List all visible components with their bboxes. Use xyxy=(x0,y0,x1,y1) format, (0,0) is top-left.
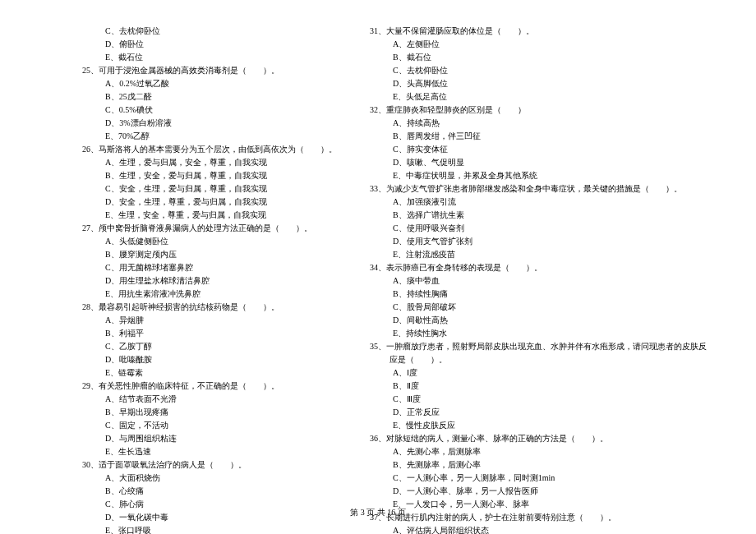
option-item: D、与周围组织粘连 xyxy=(82,432,337,445)
option-item: B、先测脉率，后测心率 xyxy=(370,458,707,472)
left-column: C、去枕仰卧位D、俯卧位E、截石位25、可用于浸泡金属器械的高效类消毒剂是（ ）… xyxy=(82,25,337,534)
option-item: C、一人测心率，另一人测脉率，同时测1min xyxy=(370,472,707,485)
option-item: A、痰中带血 xyxy=(370,274,707,288)
option-item: C、安全，生理，爱与归属，尊重，自我实现 xyxy=(82,182,337,196)
option-item: C、使用呼吸兴奋剂 xyxy=(370,222,707,235)
option-item: E、链霉素 xyxy=(82,366,337,380)
option-item: E、70%乙醇 xyxy=(82,130,337,143)
option-item: B、早期出现疼痛 xyxy=(82,406,337,419)
option-item: E、生长迅速 xyxy=(82,445,337,458)
option-item: E、张口呼吸 xyxy=(82,524,337,534)
question-stem: 35、一肿瘤放疗患者，照射野局部皮肤出现充血、水肿并伴有水疱形成，请问现患者的皮… xyxy=(370,340,707,353)
option-item: C、去枕仰卧位 xyxy=(370,64,707,77)
option-item: D、咳嗽、气促明显 xyxy=(370,156,707,169)
option-item: D、正常反应 xyxy=(370,406,707,419)
question-stem: 30、适于面罩吸氧法治疗的病人是（ ）。 xyxy=(82,458,337,472)
option-item: C、Ⅲ度 xyxy=(370,393,707,406)
option-item: B、唇周发绀，伴三凹征 xyxy=(370,130,707,143)
question-stem: 32、重症肺炎和轻型肺炎的区别是（ ） xyxy=(370,104,707,117)
option-item: C、0.5%碘伏 xyxy=(82,104,337,117)
option-item: E、用抗生素溶液冲洗鼻腔 xyxy=(82,288,337,301)
option-item: B、心绞痛 xyxy=(82,485,337,498)
option-item: E、截石位 xyxy=(82,51,337,64)
option-item: A、结节表面不光滑 xyxy=(82,393,337,406)
page-footer: 第 3 页 共 16 页 xyxy=(0,506,756,519)
option-item: C、去枕仰卧位 xyxy=(82,25,337,38)
option-item: E、慢性皮肤反应 xyxy=(370,419,707,432)
option-item: D、俯卧位 xyxy=(82,38,337,51)
option-item: A、加强痰液引流 xyxy=(370,196,707,209)
question-stem: 27、颅中窝骨折脑脊液鼻漏病人的处理方法正确的是（ ）。 xyxy=(82,222,337,235)
option-item: D、3%漂白粉溶液 xyxy=(82,117,337,130)
option-item: D、使用支气管扩张剂 xyxy=(370,235,707,248)
question-stem: 29、有关恶性肿瘤的临床特征，不正确的是（ ）。 xyxy=(82,380,337,393)
option-item: B、腰穿测定颅内压 xyxy=(82,248,337,261)
option-item: C、肺实变体征 xyxy=(370,143,707,156)
question-stem: 31、大量不保留灌肠应取的体位是（ ）。 xyxy=(370,25,707,38)
option-item: E、中毒症状明显，并累及全身其他系统 xyxy=(370,169,707,182)
option-item: A、左侧卧位 xyxy=(370,38,707,51)
option-item: B、利福平 xyxy=(82,327,337,340)
option-item: A、异烟肼 xyxy=(82,314,337,327)
option-item: D、一人测心率、脉率，另一人报告医师 xyxy=(370,485,707,498)
option-item: D、头高脚低位 xyxy=(370,77,707,90)
option-item: A、大面积烧伤 xyxy=(82,472,337,485)
option-item: C、乙胺丁醇 xyxy=(82,340,337,353)
question-stem: 28、最容易引起听神经损害的抗结核药物是（ ）。 xyxy=(82,301,337,314)
option-item: B、选择广谱抗生素 xyxy=(370,209,707,222)
option-item: E、头低足高位 xyxy=(370,90,707,104)
option-item: B、持续性胸痛 xyxy=(370,288,707,301)
option-item: B、Ⅱ度 xyxy=(370,380,707,393)
option-item: E、持续性胸水 xyxy=(370,327,707,340)
option-item: A、生理，爱与归属，安全，尊重，自我实现 xyxy=(82,156,337,169)
question-stem: 36、对脉短绌的病人，测量心率、脉率的正确的方法是（ ）。 xyxy=(370,432,707,445)
option-item: D、间歇性高热 xyxy=(370,314,707,327)
question-stem: 26、马斯洛将人的基本需要分为五个层次，由低到高依次为（ ）。 xyxy=(82,143,337,156)
option-item: E、生理，安全，尊重，爱与归属，自我实现 xyxy=(82,209,337,222)
option-item: B、生理，安全，爱与归属，尊重，自我实现 xyxy=(82,169,337,182)
option-item: D、安全，生理，尊重，爱与归属，自我实现 xyxy=(82,196,337,209)
question-stem: 25、可用于浸泡金属器械的高效类消毒剂是（ ）。 xyxy=(82,64,337,77)
right-column: 31、大量不保留灌肠应取的体位是（ ）。A、左侧卧位B、截石位C、去枕仰卧位D、… xyxy=(370,25,707,534)
option-item: D、吡嗪酰胺 xyxy=(82,353,337,366)
option-item: A、头低健侧卧位 xyxy=(82,235,337,248)
option-item: A、Ⅰ度 xyxy=(370,366,707,380)
option-item: E、注射流感疫苗 xyxy=(370,248,707,261)
option-item: B、25戊二醛 xyxy=(82,90,337,104)
option-item: A、评估病人局部组织状态 xyxy=(370,524,707,534)
question-stem: 34、表示肺癌已有全身转移的表现是（ ）。 xyxy=(370,261,707,274)
option-item: A、0.2%过氧乙酸 xyxy=(82,77,337,90)
option-item: A、先测心率，后测脉率 xyxy=(370,445,707,458)
option-item: D、用生理盐水棉球清洁鼻腔 xyxy=(82,274,337,288)
option-item: B、截石位 xyxy=(370,51,707,64)
option-item: C、用无菌棉球堵塞鼻腔 xyxy=(82,261,337,274)
question-stem: 应是（ ）。 xyxy=(370,353,707,366)
option-item: C、固定，不活动 xyxy=(82,419,337,432)
question-stem: 33、为减少支气管扩张患者肺部继发感染和全身中毒症状，最关键的措施是（ ）。 xyxy=(370,182,707,196)
option-item: C、股骨局部破坏 xyxy=(370,301,707,314)
option-item: A、持续高热 xyxy=(370,117,707,130)
